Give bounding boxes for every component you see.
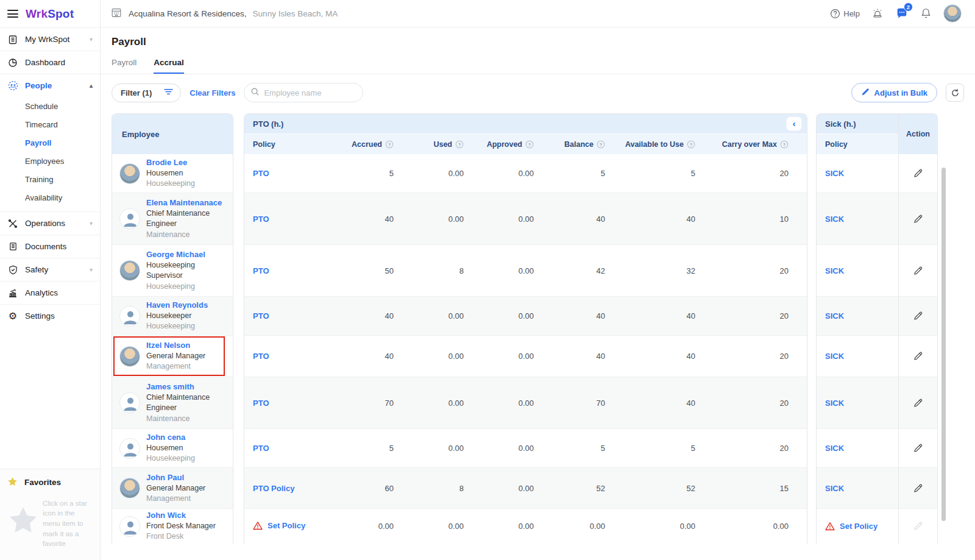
employee-row[interactable]: John PaulGeneral ManagerManagement	[112, 468, 233, 509]
refresh-button[interactable]	[946, 83, 964, 102]
employee-row[interactable]: Haven ReynoldsHousekeeperHousekeeping	[112, 297, 233, 336]
employee-row[interactable]: Elena MaintenanaceChief Maintenance Engi…	[112, 193, 233, 245]
employee-row[interactable]: George MichaelHousekeeping SupervisorHou…	[112, 245, 233, 297]
edit-accrual-button[interactable]	[913, 443, 923, 453]
pto-column-header[interactable]: Balance?	[540, 140, 611, 149]
employee-row[interactable]: John cenaHousemenHousekeeping	[112, 429, 233, 468]
help-icon[interactable]: ?	[525, 140, 534, 149]
sidebar-item-availability[interactable]: Availability	[0, 188, 100, 207]
help-icon[interactable]: ?	[455, 140, 464, 149]
sick-policy-link[interactable]: SICK	[817, 352, 844, 361]
filter-button[interactable]: Filter (1)	[112, 83, 181, 102]
employee-row[interactable]: Brodie LeeHousemenHousekeeping	[112, 154, 233, 193]
sidebar-item-documents[interactable]: Documents	[0, 235, 100, 258]
edit-accrual-button[interactable]	[913, 483, 923, 494]
svg-text:?: ?	[783, 141, 786, 147]
sidebar-item-label: Operations	[25, 219, 83, 228]
sidebar-item-people[interactable]: People ▴	[0, 74, 100, 97]
action-row	[899, 468, 937, 509]
employee-name-link[interactable]: John cena	[146, 432, 195, 443]
bell-icon[interactable]	[920, 7, 932, 19]
sick-policy-link[interactable]: SICK	[817, 311, 844, 321]
employee-name-link[interactable]: Elena Maintenanace	[146, 197, 233, 208]
sick-policy-link[interactable]: SICK	[817, 484, 844, 493]
pto-policy-link[interactable]: PTO	[244, 214, 269, 224]
employee-role: Housekeeper	[146, 311, 208, 321]
edit-accrual-button[interactable]	[913, 168, 923, 179]
pto-policy-link[interactable]: PTO	[244, 311, 269, 321]
sidebar-item-analytics[interactable]: Analytics	[0, 281, 100, 304]
sick-policy-link[interactable]: SICK	[817, 214, 844, 224]
edit-accrual-button[interactable]	[913, 214, 923, 224]
clear-filters-link[interactable]: Clear Filters	[190, 88, 235, 97]
employee-name-link[interactable]: Brodie Lee	[146, 157, 195, 168]
pto-used-value: 8	[400, 484, 470, 493]
help-icon[interactable]: ?	[687, 140, 695, 149]
pto-column-header[interactable]: Carry over Max?	[701, 140, 798, 149]
employee-search-input[interactable]	[264, 88, 349, 97]
employee-name-link[interactable]: John Wick	[146, 510, 216, 521]
pto-approved-value: 0.00	[470, 311, 540, 321]
pencil-icon	[861, 88, 870, 98]
property-name[interactable]: Acqualina Resort & Residences,	[129, 9, 247, 18]
edit-accrual-button[interactable]	[913, 311, 923, 321]
pto-policy-link[interactable]: PTO	[244, 444, 269, 453]
set-policy-link[interactable]: Set Policy	[244, 521, 305, 530]
hamburger-menu-icon[interactable]	[7, 8, 18, 20]
pto-column-header[interactable]: Available to Use?	[611, 140, 701, 149]
sick-policy-link[interactable]: SICK	[817, 444, 844, 453]
help-button[interactable]: Help	[830, 9, 860, 19]
pto-policy-link[interactable]: PTO	[244, 266, 269, 275]
pto-policy-link[interactable]: PTO Policy	[244, 484, 294, 493]
user-avatar[interactable]	[943, 4, 962, 23]
sidebar-item-employees[interactable]: Employees	[0, 152, 100, 170]
pto-policy-link[interactable]: PTO	[244, 352, 269, 361]
tab-payroll[interactable]: Payroll	[112, 58, 136, 74]
pto-policy-link[interactable]: PTO	[244, 399, 269, 408]
collapse-pto-button[interactable]: ‹	[787, 117, 801, 130]
edit-accrual-button[interactable]	[913, 266, 923, 276]
sick-policy-link[interactable]: SICK	[817, 266, 844, 275]
pto-carry_over-value: 20	[701, 444, 798, 453]
pto-column-header[interactable]: Accrued?	[336, 140, 400, 149]
sick-policy-link[interactable]: SICK	[817, 169, 844, 178]
employee-department: Management	[146, 494, 205, 504]
tab-accrual[interactable]: Accrual	[154, 58, 184, 74]
sidebar-item-training[interactable]: Training	[0, 170, 100, 188]
siren-icon[interactable]	[871, 7, 884, 19]
vertical-scrollbar[interactable]	[941, 168, 946, 521]
help-icon[interactable]: ?	[780, 140, 789, 149]
sidebar-item-timecard[interactable]: Timecard	[0, 115, 100, 133]
employee-name-link[interactable]: Itzel Nelson	[146, 340, 205, 351]
employee-row[interactable]: Itzel NelsonGeneral ManagerManagement	[112, 336, 233, 377]
pto-balance-value: 40	[540, 352, 611, 361]
chat-icon[interactable]: 2	[895, 7, 909, 20]
sick-policy-link[interactable]: SICK	[817, 399, 844, 408]
sick-data-row: SICK	[817, 154, 898, 193]
set-sick-policy-link[interactable]: Set Policy	[817, 522, 878, 531]
help-icon[interactable]: ?	[597, 140, 605, 149]
employee-row[interactable]: John WickFront Desk ManagerFront Desk	[112, 509, 233, 544]
sidebar-item-schedule[interactable]: Schedule	[0, 97, 100, 115]
help-icon[interactable]: ?	[385, 140, 394, 149]
sidebar-item-operations[interactable]: Operations ▾	[0, 211, 100, 235]
edit-accrual-button[interactable]	[913, 398, 923, 408]
pto-column-header[interactable]: Approved?	[470, 140, 540, 149]
employee-name-link[interactable]: John Paul	[146, 472, 205, 483]
pto-column-header[interactable]: Used?	[400, 140, 470, 149]
edit-accrual-button[interactable]	[913, 351, 923, 361]
employee-row[interactable]: James smithChief Maintenance EngineerMai…	[112, 377, 233, 429]
employee-name-link[interactable]: George Michael	[146, 249, 233, 260]
adjust-in-bulk-button[interactable]: Adjust in Bulk	[851, 83, 937, 102]
employee-name-link[interactable]: Haven Reynolds	[146, 300, 208, 311]
employee-name-link[interactable]: James smith	[146, 381, 233, 392]
sidebar-item-safety[interactable]: Safety ▾	[0, 258, 100, 281]
sidebar-item-payroll[interactable]: Payroll	[0, 133, 100, 152]
pto-policy-link[interactable]: PTO	[244, 169, 269, 178]
pto-approved-value: 0.00	[470, 444, 540, 453]
sidebar-item-settings[interactable]: ⚙ Settings	[0, 304, 100, 327]
sidebar-item-dashboard[interactable]: Dashboard	[0, 51, 100, 74]
sidebar-item-my-wrkspot[interactable]: My WrkSpot ▾	[0, 27, 100, 51]
tools-icon	[7, 218, 18, 229]
pto-approved-value: 0.00	[470, 399, 540, 408]
